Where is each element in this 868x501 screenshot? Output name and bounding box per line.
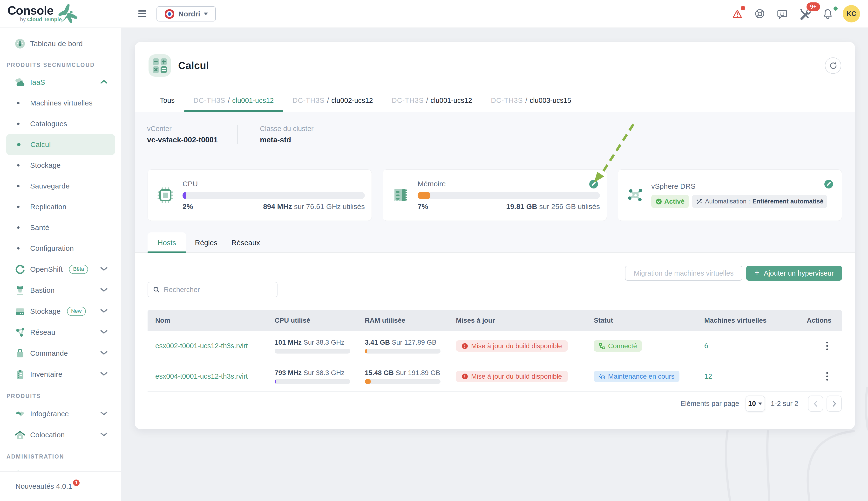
sidebar-item-stockage-iaas[interactable]: Stockage <box>0 155 121 176</box>
tab-reseaux[interactable]: Réseaux <box>227 232 265 253</box>
chevron-down-icon <box>100 330 108 335</box>
sidebar-item-reseau[interactable]: Réseau <box>0 322 121 343</box>
status-cell: Connecté <box>586 340 696 352</box>
sidebar-item-openshift[interactable]: OpenShift Bêta <box>0 259 121 280</box>
next-page-button[interactable] <box>826 396 842 412</box>
notifications-button[interactable] <box>822 8 834 20</box>
page-range: 1-2 sur 2 <box>771 399 798 408</box>
support-button[interactable] <box>754 8 766 20</box>
sidebar-item-label: Replication <box>30 203 67 211</box>
tab-clu002-ucs12[interactable]: DC-TH3S / clu002-ucs12 <box>283 89 382 112</box>
sidebar-item-label: Commande <box>30 349 68 358</box>
sidebar-item-commande[interactable]: Commande <box>0 343 121 364</box>
updates-cell: Mise à jour du build disponible <box>448 340 586 352</box>
bullet-icon <box>17 206 20 208</box>
vertical-divider <box>237 125 238 144</box>
cpu-progress-bar <box>183 192 365 199</box>
alerts-button[interactable] <box>732 8 743 20</box>
sidebar-item-label: Configuration <box>30 244 74 253</box>
maintenance-icon <box>599 373 605 380</box>
sidebar-item-configuration[interactable]: Configuration <box>0 238 121 259</box>
edit-drs-button[interactable] <box>824 180 833 189</box>
host-name-link[interactable]: esx004-t0001-ucs12-th3s.rvirt <box>147 372 267 380</box>
metric-cards: CPU 2% 894 MHz sur 76.61 GHz utilisés <box>147 169 842 221</box>
page-title: Calcul <box>178 60 209 72</box>
chevron-down-icon <box>100 432 108 438</box>
row-actions-menu[interactable] <box>821 340 833 352</box>
sidebar-item-sante[interactable]: Santé <box>0 217 121 238</box>
ram-usage-cell: 15.48 GB Sur 191.89 GB <box>357 369 448 384</box>
add-hypervisor-button[interactable]: + Ajouter un hyperviseur <box>746 266 842 281</box>
hamburger-menu-icon[interactable] <box>138 9 146 19</box>
news-label: Nouveautés 4.0.1 <box>15 482 72 490</box>
sidebar-item-sauvegarde[interactable]: Sauvegarde <box>0 176 121 196</box>
sidebar-item-label: Bastion <box>30 286 55 295</box>
storage-icon <box>15 306 25 317</box>
tab-clu001-ucs12[interactable]: DC-TH3S / clu001-ucs12 <box>184 89 283 112</box>
divider <box>147 157 842 157</box>
pagination: Eléments par page 10 1-2 sur 2 <box>680 396 842 412</box>
sidebar-item-label: Infogérance <box>30 410 69 418</box>
sidebar: Console by Cloud Temple <box>0 0 121 501</box>
sidebar-item-iaas[interactable]: IaaS <box>0 72 121 93</box>
plus-icon: + <box>755 268 759 278</box>
sidebar-item-stockage[interactable]: Stockage New <box>0 301 121 322</box>
sidebar-item-catalogues[interactable]: Catalogues <box>0 114 121 134</box>
bullet-icon <box>17 226 20 229</box>
sidebar-footer[interactable]: Nouveautés 4.0.1 1 <box>0 471 121 501</box>
feedback-button[interactable] <box>776 8 788 20</box>
sidebar-item-administration-cut[interactable] <box>0 464 121 471</box>
avatar[interactable]: KC <box>843 5 860 22</box>
col-header-vms: Machines virtuelles <box>696 317 799 324</box>
previous-page-button[interactable] <box>808 396 823 412</box>
logo[interactable]: Console by Cloud Temple <box>0 0 121 28</box>
edit-memory-button[interactable] <box>589 180 598 189</box>
cluster-tabs: Tous DC-TH3S / clu001-ucs12 DC-TH3S / cl… <box>151 89 581 112</box>
sidebar-item-label: Machines virtuelles <box>30 99 92 107</box>
vcenter-label: vCenter <box>147 125 237 133</box>
sidebar-item-inventaire[interactable]: Inventaire <box>0 364 121 385</box>
actions-cell <box>799 371 842 382</box>
ram-mini-bar <box>365 349 440 353</box>
tenant-selector[interactable]: Nordri <box>156 6 216 21</box>
host-tabs: Hosts Règles Réseaux <box>135 232 855 253</box>
chevron-right-icon <box>831 401 837 407</box>
tab-clu001-ucs12-2[interactable]: DC-TH3S / clu001-ucs12 <box>382 89 482 112</box>
bullet-icon <box>17 102 20 104</box>
users-icon <box>15 469 25 471</box>
tab-hosts[interactable]: Hosts <box>147 232 186 253</box>
migrate-vms-button[interactable]: Migration de machines virtuelles <box>625 266 743 281</box>
per-page-select[interactable]: 10 <box>746 396 765 412</box>
sidebar-item-machines-virtuelles[interactable]: Machines virtuelles <box>0 93 121 114</box>
cpu-usage-text: 894 MHz sur 76.61 GHz utilisés <box>263 202 365 211</box>
host-name-link[interactable]: esx002-t0001-ucs12-th3s.rvirt <box>147 342 267 350</box>
news-count-badge: 1 <box>73 480 79 486</box>
tab-regles[interactable]: Règles <box>192 232 220 253</box>
sidebar-item-label: Calcul <box>30 140 51 149</box>
sidebar-item-replication[interactable]: Replication <box>0 196 121 217</box>
tab-clu003-ucs15[interactable]: DC-TH3S / clu003-ucs15 <box>482 89 581 112</box>
search-input[interactable] <box>164 286 272 294</box>
beta-badge: Bêta <box>69 265 88 274</box>
memory-progress-bar <box>418 192 600 199</box>
check-circle-icon <box>656 199 662 205</box>
update-badge: Mise à jour du build disponible <box>456 340 568 352</box>
sidebar-item-label: OpenShift <box>30 265 63 274</box>
sidebar-item-label: Réseau <box>30 328 55 337</box>
sidebar-item-calcul[interactable]: Calcul <box>6 134 115 155</box>
sidebar-item-bastion[interactable]: Bastion <box>0 280 121 301</box>
refresh-button[interactable] <box>825 57 841 74</box>
sidebar-item-colocation[interactable]: Colocation <box>0 424 121 445</box>
refresh-icon <box>829 61 837 70</box>
bullet-icon <box>17 185 20 187</box>
tenant-name: Nordri <box>178 10 200 18</box>
tab-tous[interactable]: Tous <box>151 89 184 112</box>
vcenter-info: vCenter vc-vstack-002-t0001 <box>147 125 237 144</box>
sidebar-item-infogerance[interactable]: Infogérance <box>0 403 121 424</box>
col-header-nom: Nom <box>147 317 267 324</box>
sidebar-item-tableau-de-bord[interactable]: Tableau de bord <box>0 33 121 54</box>
house-icon <box>15 429 25 440</box>
bullet-icon <box>17 122 20 125</box>
row-actions-menu[interactable] <box>821 371 833 382</box>
sidebar-item-label: Stockage <box>30 307 61 316</box>
